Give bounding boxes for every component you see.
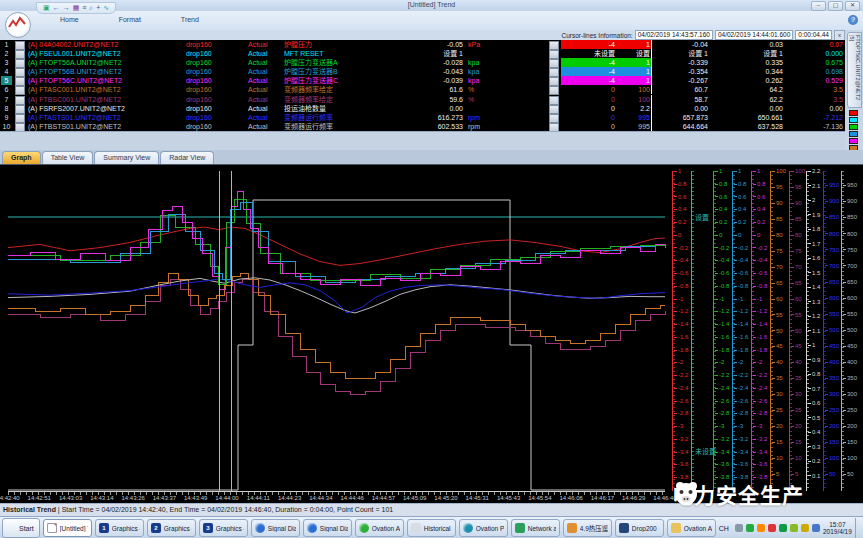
cursor-diff-value: -7.136 bbox=[788, 122, 843, 131]
tray-icon[interactable] bbox=[735, 524, 743, 532]
trend-chart-icon[interactable]: ▣ bbox=[43, 4, 50, 12]
taskbar-item[interactable]: Ovation Alar... bbox=[355, 519, 404, 537]
axis-tick-label: 5 bbox=[791, 471, 798, 477]
tray-icon[interactable] bbox=[790, 524, 798, 532]
cursor-line-1[interactable] bbox=[219, 171, 220, 491]
show-desktop-button[interactable] bbox=[855, 518, 862, 538]
taskbar-item[interactable]: Ovation App... bbox=[667, 519, 716, 537]
table-row[interactable]: 10(A) FTBSTS01.UNIT2@NET2drop160Actual变频… bbox=[0, 122, 845, 131]
taskbar-item[interactable]: Signal Diagra... bbox=[251, 519, 300, 537]
taskbar-item[interactable]: Ovation Poin... bbox=[459, 519, 508, 537]
zoom-icon[interactable]: ⌕ bbox=[89, 4, 93, 12]
computer-icon bbox=[619, 523, 629, 533]
table-row[interactable]: 4(A) FTOPT56B.UNIT2@NET2drop160Actual炉膛压… bbox=[0, 67, 845, 76]
x-axis-time-label: 14:46:17 bbox=[591, 495, 614, 501]
cursor1-time-field[interactable]: 04/02/2019 14:43:57.160 bbox=[635, 30, 713, 40]
table-row[interactable]: 5(A) FTOPT56C.UNIT2@NET2drop160Actual炉膛压… bbox=[0, 76, 845, 85]
axis-tick-label: 0 bbox=[734, 232, 741, 238]
signal-value: 0.00 bbox=[392, 104, 463, 113]
axis-tick-label: -3 bbox=[674, 423, 683, 429]
trace-color-chip[interactable] bbox=[849, 124, 858, 130]
start-button[interactable]: Start bbox=[2, 518, 40, 538]
tab-radar-view[interactable]: Radar View bbox=[160, 151, 214, 164]
taskbar-item[interactable]: 3Graphics - -... bbox=[199, 519, 248, 537]
trace-color-chip[interactable] bbox=[849, 138, 858, 144]
taskbar-item[interactable]: Drop200 bbox=[615, 519, 664, 537]
range-min: -4 bbox=[609, 58, 615, 67]
tab-table-view[interactable]: Table View bbox=[42, 151, 94, 164]
forward-arrow-icon[interactable]: → bbox=[63, 4, 70, 12]
axis-tick-label: -0.6 bbox=[674, 270, 688, 276]
cursor-line-2[interactable] bbox=[231, 171, 232, 491]
taskbar-item[interactable]: 4.9热压遥... bbox=[563, 519, 612, 537]
close-button[interactable]: ✕ bbox=[845, 1, 860, 11]
taskbar-item[interactable]: Network and... bbox=[511, 519, 560, 537]
minimize-button[interactable]: – bbox=[811, 1, 826, 11]
taskbar-item[interactable]: [Untitled] T... bbox=[43, 519, 92, 537]
row-number: 7 bbox=[1, 95, 12, 104]
menu-trend[interactable]: Trend bbox=[181, 16, 199, 23]
axis-tick-label: 750 bbox=[843, 247, 857, 253]
taskbar-item[interactable]: Signal Diagra... bbox=[303, 519, 352, 537]
taskbar-item[interactable]: 1Graphics - -... bbox=[95, 519, 144, 537]
taskbar-item[interactable]: 2Graphics - -... bbox=[147, 519, 196, 537]
taskbar-item-label: Ovation Alar... bbox=[372, 525, 400, 532]
tray-icon[interactable] bbox=[801, 524, 809, 532]
axis-tick-label: -2.6 bbox=[715, 398, 729, 404]
language-indicator[interactable]: CH bbox=[716, 524, 732, 533]
cursor2-value: 62.2 bbox=[722, 95, 783, 104]
table-row[interactable]: 3(A) FTOPT56A.UNIT2@NET2drop160Actual炉膛压… bbox=[0, 58, 845, 67]
taskbar-item[interactable]: Historical Re... bbox=[407, 519, 456, 537]
network-icon bbox=[515, 523, 525, 533]
tray-icon[interactable] bbox=[812, 524, 820, 532]
menu-format[interactable]: Format bbox=[119, 16, 141, 23]
back-arrow-icon[interactable]: ← bbox=[53, 4, 60, 12]
tray-icon[interactable] bbox=[779, 524, 787, 532]
maximize-button[interactable]: ▢ bbox=[828, 1, 843, 11]
add-icon[interactable]: + bbox=[96, 4, 100, 12]
table-row[interactable]: 2(A) FSEUL001.UNIT2@NET2drop160ActualMFT… bbox=[0, 49, 845, 58]
list-icon[interactable]: ≡ bbox=[82, 4, 86, 12]
cursor-delta-field[interactable]: 0:00:04.44 bbox=[795, 30, 832, 40]
row-number: 8 bbox=[1, 104, 12, 113]
help-icon[interactable]: ? bbox=[848, 15, 858, 25]
ribbon: ▣ ← → ▦ ≡ ⌕ + ∿ HomeFormatTrend ? bbox=[0, 11, 863, 31]
axis-tick-label: -2.8 bbox=[734, 410, 748, 416]
axis-tick-label: -2.4 bbox=[734, 385, 748, 391]
taskbar-clock[interactable]: 15:072019/4/19 bbox=[823, 521, 852, 535]
axis-tick-label: -0.4 bbox=[753, 257, 767, 263]
tab-graph[interactable]: Graph bbox=[2, 151, 41, 164]
table-row[interactable]: 7(A) FTBSC001.UNIT2@NET2drop160Actual变频器… bbox=[0, 95, 845, 104]
axis-tick-label: 70 bbox=[772, 264, 783, 270]
axis-tick-label: 100 bbox=[843, 455, 857, 461]
menu-home[interactable]: Home bbox=[60, 16, 79, 23]
cursor1-value: 657.873 bbox=[656, 113, 708, 122]
tab-summary-view[interactable]: Summary View bbox=[94, 151, 159, 164]
y-axis-ticks-digital bbox=[692, 171, 694, 491]
sparkline-icon[interactable]: ∿ bbox=[103, 4, 109, 12]
signal-unit: kPa bbox=[468, 40, 502, 49]
axis-tick-label: 700 bbox=[843, 263, 857, 269]
taskbar-item-label: Graphics - -... bbox=[216, 525, 244, 532]
signal-value: 602.533 bbox=[392, 122, 463, 131]
table-row[interactable]: 6(A) FTASC001.UNIT2@NET2drop160Actual变频器… bbox=[0, 85, 845, 94]
cursor2-time-field[interactable]: 04/02/2019 14:44:01.600 bbox=[715, 30, 793, 40]
table-row[interactable]: 1(A) 04A04002.UNIT2@NET2drop160Actual炉膛压… bbox=[0, 40, 845, 49]
trace-color-chip[interactable] bbox=[849, 110, 858, 116]
range-max: 1 bbox=[646, 58, 650, 67]
app-logo-icon[interactable] bbox=[5, 12, 31, 38]
table-row[interactable]: 9(A) FTASTS01.UNIT2@NET2drop160Actual变频器… bbox=[0, 113, 845, 122]
trace-color-chip[interactable] bbox=[849, 131, 858, 137]
table-scroll-strip[interactable] bbox=[0, 131, 845, 151]
tray-icon[interactable] bbox=[746, 524, 754, 532]
signal-mode: Actual bbox=[248, 122, 282, 131]
row-number: 6 bbox=[1, 85, 12, 94]
cursor-info-close-icon[interactable]: x bbox=[834, 30, 845, 41]
selected-signal-vertical-tab[interactable]: FTOPT56C.UNIT2@NET2 [5] bbox=[847, 32, 862, 108]
trend-graph[interactable]: 电力安全生产 10.80.60.40.20-0.2-0.4-0.6-0.8-1-… bbox=[0, 164, 863, 504]
export-window-icon[interactable]: ▦ bbox=[73, 4, 80, 12]
table-row[interactable]: 8(A) FSRFS2007.UNIT2@NET2drop160Actual投运… bbox=[0, 104, 845, 113]
tray-icon[interactable] bbox=[757, 524, 765, 532]
tray-icon[interactable] bbox=[768, 524, 776, 532]
trace-color-chip[interactable] bbox=[849, 117, 858, 123]
